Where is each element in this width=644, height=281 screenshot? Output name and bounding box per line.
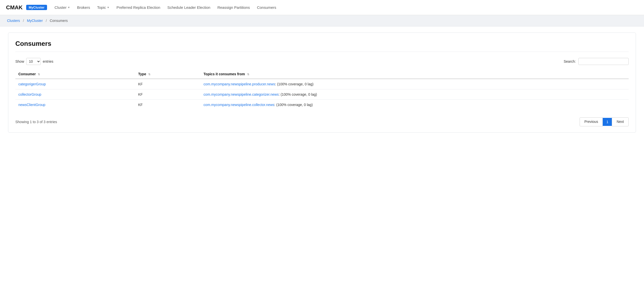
topics-cell: com.mycompany.newspipeline.producer.news… <box>200 79 629 89</box>
breadcrumb-clusters[interactable]: Clusters <box>7 19 20 23</box>
consumer-cell: categorigerGroup <box>15 79 135 89</box>
app-brand: CMAK <box>6 4 23 11</box>
topic-link[interactable]: com.mycompany.newspipeline.categorizer.n… <box>204 92 279 96</box>
nav-brokers[interactable]: Brokers <box>74 4 93 11</box>
table-controls: Show 10 25 50 100 entries Search: <box>15 58 629 65</box>
consumer-link[interactable]: newsClientGroup <box>18 103 45 107</box>
topics-sort-icon: ⇅ <box>247 73 249 76</box>
type-cell: KF <box>135 89 200 100</box>
consumers-table: Consumer ⇅ Type ⇅ Topics it consumes fro… <box>15 69 629 110</box>
consumer-link[interactable]: categorigerGroup <box>18 82 46 86</box>
entries-label: entries <box>43 59 53 63</box>
col-topics[interactable]: Topics it consumes from ⇅ <box>200 69 629 79</box>
consumers-card: Consumers Show 10 25 50 100 entries Sear… <box>8 32 636 133</box>
nav-cluster[interactable]: Cluster ▼ <box>52 4 73 11</box>
col-consumer[interactable]: Consumer ⇅ <box>15 69 135 79</box>
nav-topic[interactable]: Topic ▼ <box>94 4 112 11</box>
search-input[interactable] <box>578 58 629 65</box>
show-label: Show <box>15 59 24 63</box>
current-page-number[interactable]: 1 <box>603 118 612 126</box>
table-footer: Showing 1 to 3 of 3 entries Previous 1 N… <box>15 114 629 126</box>
type-cell: KF <box>135 100 200 110</box>
topics-cell: com.mycompany.newspipeline.collector.new… <box>200 100 629 110</box>
cluster-badge[interactable]: MyCluster <box>26 5 47 10</box>
topics-cell: com.mycompany.newspipeline.categorizer.n… <box>200 89 629 100</box>
table-row: newsClientGroupKFcom.mycompany.newspipel… <box>15 100 629 110</box>
previous-button[interactable]: Previous <box>580 117 603 126</box>
nav-preferred-replica[interactable]: Preferred Replica Election <box>113 4 163 11</box>
breadcrumb-cluster-name[interactable]: MyCluster <box>27 19 43 23</box>
topic-dropdown-arrow: ▼ <box>107 6 109 9</box>
breadcrumb-sep-2: / <box>46 19 47 23</box>
breadcrumb: Clusters / MyCluster / Consumers <box>0 15 644 26</box>
topic-link[interactable]: com.mycompany.newspipeline.producer.news <box>204 82 275 86</box>
nav-reassign[interactable]: Reassign Partitions <box>214 4 253 11</box>
page-title: Consumers <box>15 40 629 52</box>
cluster-dropdown-arrow: ▼ <box>67 6 70 9</box>
showing-text: Showing 1 to 3 of 3 entries <box>15 120 57 124</box>
search-area: Search: <box>564 58 629 65</box>
nav-links: Cluster ▼ Brokers Topic ▼ Preferred Repl… <box>52 4 279 11</box>
table-row: collectorGroupKFcom.mycompany.newspipeli… <box>15 89 629 100</box>
entries-select[interactable]: 10 25 50 100 <box>26 58 41 65</box>
consumer-cell: collectorGroup <box>15 89 135 100</box>
table-row: categorigerGroupKFcom.mycompany.newspipe… <box>15 79 629 89</box>
topic-link[interactable]: com.mycompany.newspipeline.collector.new… <box>204 103 274 107</box>
navbar: CMAK MyCluster Cluster ▼ Brokers Topic ▼… <box>0 0 644 15</box>
next-button[interactable]: Next <box>612 117 629 126</box>
nav-schedule-leader[interactable]: Schedule Leader Election <box>164 4 213 11</box>
consumer-sort-icon: ⇅ <box>38 73 40 76</box>
col-type[interactable]: Type ⇅ <box>135 69 200 79</box>
main-content: Consumers Show 10 25 50 100 entries Sear… <box>0 26 644 139</box>
consumer-cell: newsClientGroup <box>15 100 135 110</box>
breadcrumb-current: Consumers <box>50 19 68 23</box>
nav-consumers[interactable]: Consumers <box>254 4 279 11</box>
breadcrumb-sep-1: / <box>23 19 24 23</box>
search-label: Search: <box>564 59 576 63</box>
pagination: Previous 1 Next <box>580 117 629 126</box>
table-header-row: Consumer ⇅ Type ⇅ Topics it consumes fro… <box>15 69 629 79</box>
show-entries-control: Show 10 25 50 100 entries <box>15 58 53 65</box>
type-cell: KF <box>135 79 200 89</box>
type-sort-icon: ⇅ <box>148 73 150 76</box>
consumer-link[interactable]: collectorGroup <box>18 92 41 96</box>
